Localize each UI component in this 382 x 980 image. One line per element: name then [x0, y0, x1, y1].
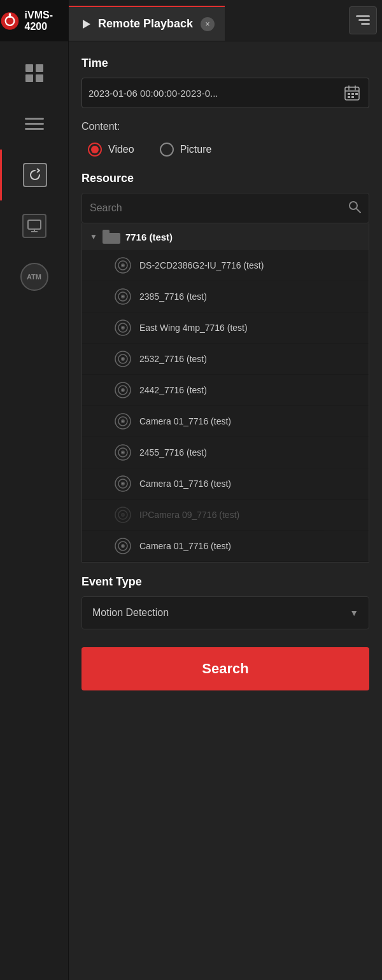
svg-point-59	[122, 483, 124, 484]
calendar-button[interactable]	[342, 83, 362, 103]
resource-search-input[interactable]	[90, 202, 348, 214]
camera-item[interactable]: Camera 01_7716 (test)	[82, 468, 369, 500]
svg-rect-24	[348, 96, 350, 98]
monitor-icon-box	[22, 214, 46, 238]
svg-rect-8	[25, 123, 44, 125]
camera-item[interactable]: Camera 01_7716 (test)	[82, 531, 369, 562]
camera-item[interactable]: 2455_7716 (test)	[82, 437, 369, 468]
svg-rect-7	[25, 118, 44, 120]
dropdown-arrow-icon: ▼	[350, 608, 358, 618]
svg-rect-22	[351, 93, 354, 95]
camera-name: DS-2CD2386G2-IU_7716 (test)	[139, 260, 264, 270]
camera-item[interactable]: Camera 01_7716 (test)	[82, 406, 369, 437]
camera-list: DS-2CD2386G2-IU_7716 (test) 2385_7716 (t…	[82, 250, 369, 562]
svg-rect-3	[25, 64, 33, 72]
sidebar-item-mainview[interactable]	[0, 48, 68, 99]
svg-rect-23	[355, 93, 358, 95]
radio-picture-circle	[160, 143, 174, 157]
camera-icon	[114, 412, 132, 430]
resource-label: Resource	[81, 172, 369, 185]
resource-search-bar[interactable]	[81, 193, 369, 223]
tab-remote-playback[interactable]: Remote Playback ×	[69, 6, 225, 41]
sidebar-item-menu[interactable]	[0, 99, 68, 150]
playback-icon-box	[23, 163, 47, 187]
form-content: Time 2023-01-06 00:00:00-2023-0...	[69, 41, 382, 701]
tree-group-header[interactable]: ▼ 7716 (test)	[82, 223, 369, 250]
svg-rect-4	[36, 64, 43, 72]
camera-name: East Wing 4mp_7716 (test)	[139, 323, 248, 333]
camera-icon	[114, 537, 132, 555]
sidebar-item-monitor[interactable]	[0, 200, 68, 251]
search-button[interactable]: Search	[81, 647, 369, 690]
camera-name: Camera 01_7716 (test)	[139, 416, 231, 426]
group-name: 7716 (test)	[125, 232, 173, 242]
time-input-row[interactable]: 2023-01-06 00:00:00-2023-0...	[81, 78, 369, 108]
time-value: 2023-01-06 00:00:00-2023-0...	[88, 88, 342, 99]
camera-name: IPCamera 09_7716 (test)	[139, 510, 239, 520]
calendar-icon	[344, 85, 360, 101]
resource-section: Resource ▼	[81, 172, 369, 563]
tab-close-button[interactable]: ×	[201, 17, 215, 31]
radio-group: Video Picture	[81, 143, 369, 157]
svg-rect-5	[25, 74, 33, 82]
camera-item[interactable]: IPCamera 09_7716 (test)	[82, 500, 369, 531]
svg-rect-25	[351, 96, 354, 98]
folder-icon	[103, 230, 120, 244]
event-type-value: Motion Detection	[92, 607, 169, 619]
event-type-label: Event Type	[81, 575, 369, 589]
svg-rect-16	[361, 23, 370, 25]
radio-video-circle	[88, 143, 102, 157]
content-label: Content:	[81, 121, 120, 132]
content-section: Content: Video Picture	[81, 121, 369, 172]
svg-point-43	[122, 358, 124, 360]
camera-icon	[114, 381, 132, 399]
radio-video-inner	[91, 146, 99, 153]
svg-point-31	[122, 265, 124, 266]
radio-picture-label: Picture	[180, 144, 212, 155]
radio-video[interactable]: Video	[88, 143, 134, 157]
grid-icon	[24, 62, 45, 84]
camera-name: 2532_7716 (test)	[139, 354, 207, 364]
svg-point-63	[122, 514, 124, 515]
camera-icon	[114, 506, 132, 524]
camera-name: 2442_7716 (test)	[139, 385, 207, 395]
camera-name: 2385_7716 (test)	[139, 291, 207, 302]
camera-item[interactable]: East Wing 4mp_7716 (test)	[82, 312, 369, 344]
svg-line-27	[357, 209, 360, 213]
tab-title: Remote Playback	[98, 17, 193, 31]
sidebar: iVMS-4200	[0, 0, 69, 980]
radio-video-label: Video	[108, 144, 134, 155]
camera-name: Camera 01_7716 (test)	[139, 479, 231, 489]
camera-icon	[114, 256, 132, 274]
svg-point-39	[122, 327, 124, 328]
camera-item[interactable]: 2442_7716 (test)	[82, 375, 369, 406]
svg-rect-14	[356, 15, 370, 17]
app-title: iVMS-4200	[25, 10, 69, 32]
sidebar-item-atm[interactable]: ATM	[0, 251, 68, 302]
tab-bar: Remote Playback ×	[69, 0, 382, 41]
camera-item[interactable]: 2385_7716 (test)	[82, 281, 369, 312]
menu-icon	[24, 115, 45, 133]
app-logo: iVMS-4200	[0, 0, 69, 41]
camera-icon	[114, 444, 132, 461]
atm-icon: ATM	[20, 263, 48, 291]
svg-point-26	[350, 202, 357, 209]
content-label-row: Content:	[81, 121, 369, 132]
svg-rect-9	[25, 128, 44, 130]
svg-marker-13	[83, 20, 90, 29]
camera-icon	[114, 350, 132, 368]
camera-item[interactable]: DS-2CD2386G2-IU_7716 (test)	[82, 250, 369, 281]
camera-tree: ▼ 7716 (test) DS-2CD2386G2-IU_7716 (test…	[81, 223, 369, 563]
sidebar-item-playback[interactable]	[0, 150, 68, 200]
search-icon	[348, 200, 361, 213]
monitor-icon	[27, 220, 41, 232]
time-section: Time 2023-01-06 00:00:00-2023-0...	[81, 57, 369, 121]
resource-search-icon-btn[interactable]	[348, 200, 361, 216]
tab-play-icon	[79, 17, 93, 31]
camera-icon	[114, 319, 132, 337]
event-type-select[interactable]: Motion Detection ▼	[81, 596, 369, 629]
radio-picture[interactable]: Picture	[160, 143, 212, 157]
main-panel: Remote Playback × Time 2023-01-06 00:00:…	[69, 0, 382, 980]
camera-item[interactable]: 2532_7716 (test)	[82, 344, 369, 375]
tab-settings-button[interactable]	[349, 6, 377, 34]
